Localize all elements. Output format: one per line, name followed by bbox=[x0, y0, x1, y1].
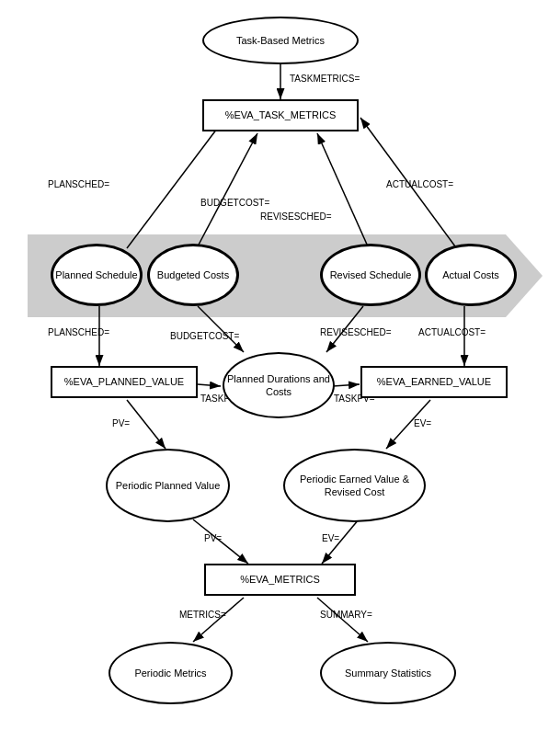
periodic-metrics-node: Periodic Metrics bbox=[109, 642, 233, 704]
svg-line-4 bbox=[317, 133, 368, 246]
svg-line-11 bbox=[333, 384, 360, 386]
periodic-planned-value-node: Periodic Planned Value bbox=[106, 449, 230, 522]
label-metrics: METRICS= bbox=[179, 610, 226, 620]
diagram: TASKMETRICS= PLANSCHED= BUDGETCOST= REVI… bbox=[0, 0, 560, 753]
planned-durations-node: Planned Durations and Costs bbox=[223, 352, 335, 418]
label-actualcost-top: ACTUALCOST= bbox=[386, 179, 453, 189]
label-actualcost-bot: ACTUALCOST= bbox=[418, 327, 486, 337]
task-based-metrics-node: Task-Based Metrics bbox=[202, 17, 359, 64]
revised-schedule-node: Revised Schedule bbox=[320, 244, 421, 306]
eva-earned-value-node: %EVA_EARNED_VALUE bbox=[360, 366, 508, 398]
label-pv-top: PV= bbox=[112, 418, 130, 428]
svg-line-10 bbox=[198, 384, 221, 386]
label-ev-top: EV= bbox=[414, 418, 431, 428]
label-revisesched-bot: REVISESCHED= bbox=[320, 327, 392, 337]
svg-line-3 bbox=[198, 133, 257, 246]
label-ev-bot: EV= bbox=[322, 533, 339, 543]
label-budgetcost-bot: BUDGETCOST= bbox=[170, 331, 239, 341]
svg-line-17 bbox=[317, 598, 368, 642]
label-revisesched-top: REVISESCHED= bbox=[260, 211, 332, 222]
label-plansched-top: PLANSCHED= bbox=[48, 179, 109, 189]
label-summary: SUMMARY= bbox=[320, 610, 372, 620]
actual-costs-node: Actual Costs bbox=[425, 244, 517, 306]
svg-line-2 bbox=[127, 118, 225, 248]
eva-planned-value-node: %EVA_PLANNED_VALUE bbox=[51, 366, 198, 398]
svg-line-16 bbox=[193, 598, 244, 642]
eva-task-metrics-node: %EVA_TASK_METRICS bbox=[202, 99, 359, 131]
label-taskmetrics: TASKMETRICS= bbox=[290, 74, 360, 84]
svg-line-12 bbox=[127, 400, 166, 449]
planned-schedule-node: Planned Schedule bbox=[51, 244, 143, 306]
summary-statistics-node: Summary Statistics bbox=[320, 642, 456, 704]
label-budgetcost-top: BUDGETCOST= bbox=[200, 198, 269, 208]
periodic-earned-value-node: Periodic Earned Value & Revised Cost bbox=[283, 449, 426, 522]
eva-metrics-node: %EVA_METRICS bbox=[204, 564, 356, 596]
label-plansched-bot: PLANSCHED= bbox=[48, 327, 109, 337]
budgeted-costs-node: Budgeted Costs bbox=[147, 244, 239, 306]
label-pv-bot: PV= bbox=[204, 533, 222, 543]
